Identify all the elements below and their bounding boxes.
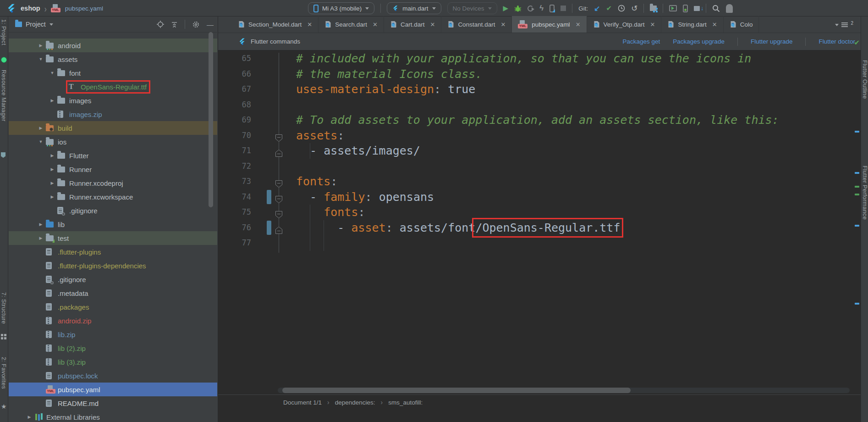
tree-item[interactable]: .flutter-plugins-dependencies	[9, 259, 217, 272]
hide-panel-icon[interactable]: —	[207, 21, 214, 28]
chevron-collapsed-icon[interactable]: ▶	[47, 194, 57, 199]
history-clock-icon[interactable]	[618, 5, 625, 12]
search-icon[interactable]	[712, 5, 720, 12]
chevron-down-icon[interactable]	[835, 24, 839, 26]
tree-item[interactable]: ▶Runner	[9, 162, 217, 176]
android-avd-icon[interactable]	[1, 57, 7, 63]
chevron-expanded-icon[interactable]: ▼	[36, 139, 46, 144]
editor-tab[interactable]: Search.dart✕	[319, 16, 384, 33]
inspections-ok-icon[interactable]: ✔	[854, 39, 860, 47]
editor-tab[interactable]: String.dart✕	[661, 16, 723, 33]
git-update-icon[interactable]: ↙	[594, 4, 600, 13]
tree-item[interactable]: YMLpubspec.yaml	[9, 383, 217, 396]
breadcrumb-item[interactable]: sms_autofill:	[388, 399, 423, 406]
packages-get-link[interactable]: Packages get	[623, 38, 660, 45]
tree-item[interactable]: README.md	[9, 396, 217, 410]
run-config-dropdown[interactable]: main.dart	[387, 2, 441, 14]
tab-close-icon[interactable]: ✕	[430, 21, 435, 28]
tree-item[interactable]: ▶images	[9, 94, 217, 107]
packages-upgrade-link[interactable]: Packages upgrade	[673, 38, 725, 45]
tree-item[interactable]: pubspec.lock	[9, 369, 217, 383]
rollback-icon[interactable]: ↺	[631, 4, 637, 13]
editor-tab[interactable]: Colo	[724, 16, 759, 33]
chevron-collapsed-icon[interactable]: ▶	[36, 126, 46, 130]
editor-tab[interactable]: Section_Model.dart✕	[232, 16, 319, 33]
chevron-down-icon[interactable]	[49, 23, 53, 26]
tab-close-icon[interactable]: ✕	[373, 21, 378, 28]
code-editor[interactable]: 65# included with your application, so t…	[218, 51, 861, 422]
tab-close-icon[interactable]: ✕	[500, 21, 505, 28]
flutter-attach-button[interactable]	[549, 5, 555, 12]
tab-close-icon[interactable]: ✕	[712, 21, 717, 28]
breadcrumb-file[interactable]: pubspec.yaml	[65, 5, 103, 12]
chevron-collapsed-icon[interactable]: ▶	[47, 98, 57, 103]
tab-close-icon[interactable]: ✕	[576, 21, 581, 28]
tree-item[interactable]: .gitignore	[9, 204, 217, 217]
tab-close-icon[interactable]: ✕	[650, 21, 655, 28]
sdk-manager-icon[interactable]	[694, 6, 700, 11]
chevron-collapsed-icon[interactable]: ▶	[47, 181, 57, 185]
tree-item[interactable]: TOpenSans-Regular.ttf	[9, 80, 217, 94]
chevron-collapsed-icon[interactable]: ▶	[47, 167, 57, 172]
tree-item[interactable]: ▼assets	[9, 52, 217, 66]
tree-item[interactable]: ▶Flutter	[9, 149, 217, 162]
tool-button-resource-manager[interactable]: Resource Manager	[0, 70, 7, 122]
profile-avatar-icon[interactable]	[726, 4, 733, 13]
star-icon[interactable]: ★	[1, 403, 7, 410]
run-window-icon[interactable]	[669, 5, 677, 11]
tree-item[interactable]: ▶lib	[9, 217, 217, 231]
tree-item[interactable]: .flutter-plugins	[9, 245, 217, 259]
stop-button[interactable]	[560, 6, 566, 11]
chevron-collapsed-icon[interactable]: ▶	[47, 153, 57, 158]
tree-item[interactable]: .metadata	[9, 286, 217, 300]
tab-close-icon[interactable]: ✕	[307, 21, 312, 28]
tool-button-flutter-outline[interactable]: Flutter Outline	[862, 60, 868, 99]
tool-button-project[interactable]: 1: Project	[0, 19, 7, 45]
project-structure-icon[interactable]	[650, 6, 657, 11]
flutter-upgrade-link[interactable]: Flutter upgrade	[751, 38, 793, 45]
hidden-tabs-icon[interactable]	[841, 22, 848, 23]
chevron-collapsed-icon[interactable]: ▶	[24, 415, 34, 419]
hot-restart-icon[interactable]: ϟ	[539, 4, 544, 13]
tree-item[interactable]: ▶Runner.xcworkspace	[9, 190, 217, 204]
editor-tab[interactable]: YMLpubspec.yaml✕	[512, 16, 587, 33]
tree-item[interactable]: ▶External Libraries	[9, 410, 217, 422]
project-scrollbar[interactable]	[209, 32, 213, 207]
run-button[interactable]: ▶	[503, 4, 509, 12]
editor-tab[interactable]: Constant.dart✕	[441, 16, 512, 33]
structure-icon[interactable]	[1, 334, 3, 336]
device-selector-dropdown[interactable]: Mi A3 (mobile)	[308, 2, 374, 14]
horizontal-scrollbar[interactable]	[282, 388, 631, 393]
profile-button[interactable]	[527, 6, 533, 11]
device-manager-icon[interactable]	[683, 5, 688, 12]
tool-button-favorites[interactable]: 2: Favorites	[0, 357, 7, 389]
editor-tab[interactable]: Verify_Otp.dart✕	[587, 16, 662, 33]
pin-icon[interactable]	[1, 152, 5, 158]
editor-tab[interactable]: Cart.dart✕	[384, 16, 441, 33]
tool-button-structure[interactable]: 7: Structure	[0, 292, 7, 324]
chevron-collapsed-icon[interactable]: ▶	[36, 236, 46, 240]
tree-item[interactable]: ▶test	[9, 231, 217, 245]
locate-file-icon[interactable]	[157, 21, 164, 28]
tree-item[interactable]: lib.zip	[9, 328, 217, 341]
target-device-dropdown[interactable]: No Devices	[447, 2, 497, 14]
breadcrumb-item[interactable]: dependencies:	[335, 399, 375, 406]
tool-button-flutter-performance[interactable]: Flutter Performance	[862, 166, 868, 220]
flutter-doctor-link[interactable]: Flutter doctor	[819, 38, 855, 45]
debug-button[interactable]	[514, 5, 522, 12]
error-stripe-mark[interactable]	[855, 172, 859, 174]
error-stripe-mark[interactable]	[855, 303, 859, 305]
chevron-collapsed-icon[interactable]: ▶	[36, 43, 46, 48]
tree-item[interactable]: lib (2).zip	[9, 341, 217, 355]
error-stripe-mark[interactable]	[855, 194, 859, 195]
chevron-collapsed-icon[interactable]: ▶	[36, 222, 46, 227]
tree-item[interactable]: ▼ios	[9, 135, 217, 149]
tree-item[interactable]: .packages	[9, 300, 217, 314]
git-commit-icon[interactable]: ✔	[606, 4, 612, 12]
tree-item[interactable]: ▶Runner.xcodeproj	[9, 176, 217, 190]
error-stripe-mark[interactable]	[855, 131, 859, 133]
tree-item[interactable]: .gitignore	[9, 272, 217, 286]
tree-item[interactable]: images.zip	[9, 107, 217, 121]
tree-item[interactable]: ▶build	[9, 121, 217, 135]
chevron-expanded-icon[interactable]: ▼	[36, 57, 46, 61]
